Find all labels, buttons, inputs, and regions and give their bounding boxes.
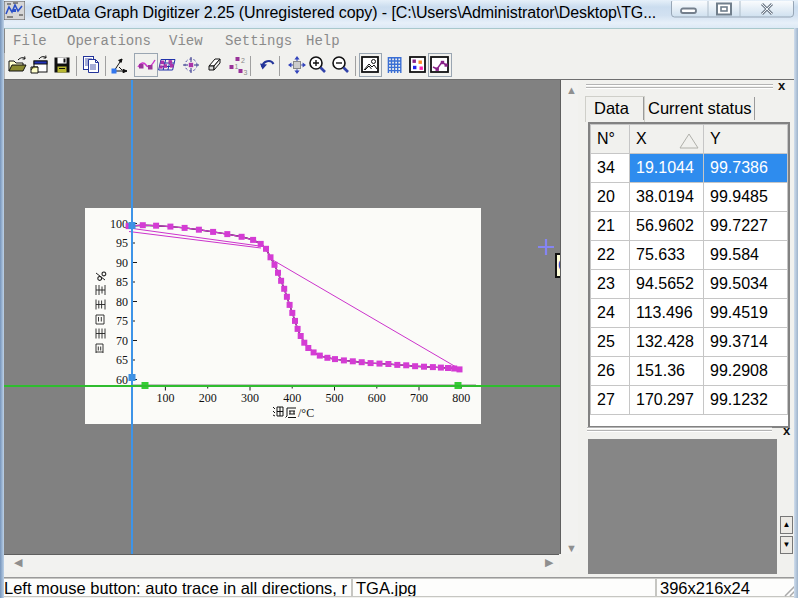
svg-text:200: 200 xyxy=(199,391,217,405)
svg-text:85: 85 xyxy=(116,275,128,289)
svg-text:700: 700 xyxy=(410,391,428,405)
svg-text:2: 2 xyxy=(241,57,245,64)
svg-text:/°C: /°C xyxy=(298,406,314,420)
svg-text:65: 65 xyxy=(116,353,128,367)
svg-text:100: 100 xyxy=(110,217,128,231)
svg-text:90: 90 xyxy=(116,256,128,270)
svg-text:3: 3 xyxy=(244,69,248,76)
svg-text:95: 95 xyxy=(116,236,128,250)
svg-text:300: 300 xyxy=(241,391,259,405)
svg-text:80: 80 xyxy=(116,295,128,309)
svg-text:70: 70 xyxy=(116,334,128,348)
svg-text:75: 75 xyxy=(116,314,128,328)
svg-text:400: 400 xyxy=(283,391,301,405)
svg-text:500: 500 xyxy=(326,391,344,405)
svg-text:100: 100 xyxy=(156,391,174,405)
svg-text:1: 1 xyxy=(234,63,238,70)
svg-text:800: 800 xyxy=(452,391,470,405)
svg-text:600: 600 xyxy=(368,391,386,405)
